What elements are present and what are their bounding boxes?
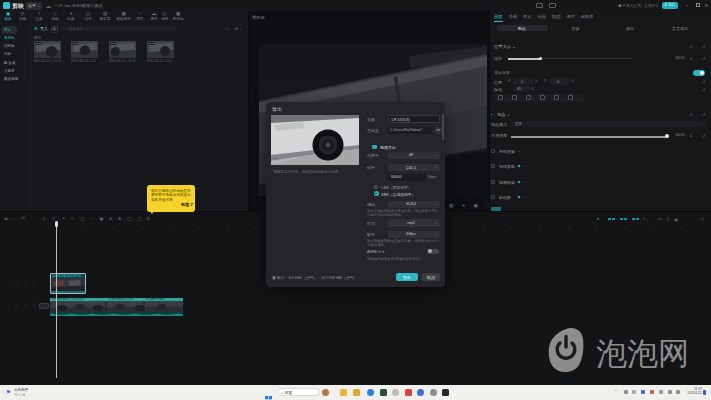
svg-text:泡泡网: 泡泡网: [596, 336, 689, 371]
